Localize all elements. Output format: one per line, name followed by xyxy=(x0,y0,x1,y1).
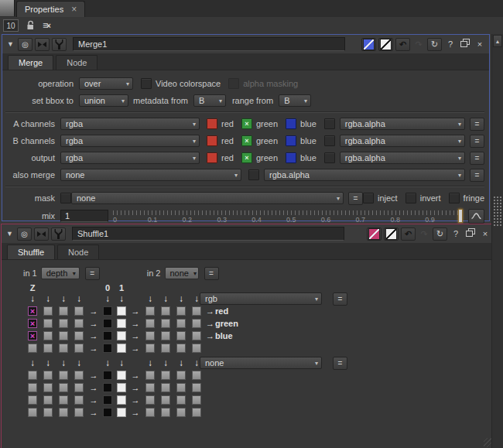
constant-one-checkbox[interactable] xyxy=(117,383,126,392)
matrix-checkbox[interactable] xyxy=(43,319,53,328)
matrix-checkbox[interactable] xyxy=(161,395,170,405)
float-panel-icon[interactable] xyxy=(459,39,471,50)
matrix-checkbox[interactable] xyxy=(176,371,186,380)
inject-checkbox[interactable] xyxy=(363,193,374,203)
revert-button[interactable]: ↻ xyxy=(433,227,447,241)
matrix-checkbox[interactable] xyxy=(176,383,186,392)
equals-button[interactable]: = xyxy=(333,292,347,306)
node-name-field[interactable] xyxy=(72,227,344,241)
tab-properties[interactable]: Properties × xyxy=(16,1,85,17)
wrench-icon[interactable] xyxy=(52,38,67,51)
matrix-checkbox[interactable] xyxy=(161,371,170,380)
matrix-checkbox[interactable] xyxy=(145,319,155,328)
matrix-checkbox[interactable] xyxy=(59,408,68,417)
out2-dropdown[interactable]: none▾ xyxy=(200,357,322,369)
constant-zero-checkbox[interactable] xyxy=(103,306,112,316)
matrix-checkbox-checked[interactable]: × xyxy=(28,306,37,316)
equals-button[interactable]: = xyxy=(204,267,219,280)
tab-merge[interactable]: Merge xyxy=(8,55,53,70)
green-channel-checkbox[interactable]: × xyxy=(241,135,252,146)
constant-zero-checkbox[interactable] xyxy=(103,408,112,417)
revert-button[interactable]: ↻ xyxy=(427,38,442,51)
pane-corner-handle[interactable] xyxy=(0,0,15,16)
constant-one-checkbox[interactable] xyxy=(117,408,126,417)
help-button[interactable]: ? xyxy=(450,229,462,238)
constant-one-checkbox[interactable] xyxy=(117,344,126,353)
matrix-checkbox-checked[interactable]: × xyxy=(28,319,37,328)
matrix-checkbox[interactable] xyxy=(28,371,37,380)
vertical-scrollbar[interactable]: ▲ xyxy=(491,34,503,448)
matrix-checkbox[interactable] xyxy=(59,306,68,316)
tab-shuffle[interactable]: Shuffle xyxy=(7,245,55,259)
range-from-dropdown[interactable]: B▾ xyxy=(279,94,311,107)
also-merge-checkbox[interactable] xyxy=(248,169,259,180)
matrix-checkbox[interactable] xyxy=(192,306,201,316)
matrix-checkbox[interactable] xyxy=(43,331,53,340)
constant-zero-checkbox[interactable] xyxy=(103,371,112,380)
matrix-checkbox[interactable] xyxy=(74,383,84,392)
alpha-channel-checkbox[interactable] xyxy=(324,152,335,163)
node-inputs-icon[interactable] xyxy=(35,38,50,51)
undo-button[interactable]: ↶ xyxy=(401,227,416,241)
matrix-checkbox[interactable] xyxy=(59,395,68,405)
matrix-checkbox[interactable] xyxy=(28,395,37,405)
set-bbox-dropdown[interactable]: union▾ xyxy=(79,94,128,107)
matrix-checkbox[interactable] xyxy=(161,383,170,392)
operation-dropdown[interactable]: over▾ xyxy=(79,77,133,90)
resize-grip[interactable] xyxy=(493,196,502,227)
matrix-checkbox[interactable] xyxy=(74,319,84,328)
matrix-checkbox[interactable] xyxy=(43,408,53,417)
matrix-checkbox[interactable] xyxy=(59,371,68,380)
constant-zero-checkbox[interactable] xyxy=(103,395,112,405)
constant-one-checkbox[interactable] xyxy=(117,371,126,380)
matrix-checkbox[interactable] xyxy=(192,319,201,328)
matrix-checkbox-checked[interactable]: × xyxy=(28,331,37,340)
a-channels-dropdown[interactable]: rgba▾ xyxy=(60,118,200,130)
red-channel-checkbox[interactable] xyxy=(207,152,217,163)
constant-zero-checkbox[interactable] xyxy=(103,331,112,340)
invert-checkbox[interactable] xyxy=(405,193,416,203)
center-node-icon[interactable]: ◎ xyxy=(18,38,33,51)
matrix-checkbox[interactable] xyxy=(59,331,68,340)
node-color-swatch[interactable] xyxy=(361,38,376,51)
mask-dropdown[interactable]: none▾ xyxy=(71,192,344,204)
matrix-checkbox[interactable] xyxy=(43,371,53,380)
b-channels-dropdown[interactable]: rgba▾ xyxy=(60,135,200,147)
fringe-checkbox[interactable] xyxy=(449,193,460,203)
tab-node[interactable]: Node xyxy=(57,245,99,259)
gl-color-swatch[interactable] xyxy=(384,227,399,241)
mix-slider[interactable]: 00.10.20.30.40.50.60.70.80.9 xyxy=(113,208,466,224)
matrix-checkbox[interactable] xyxy=(161,319,170,328)
matrix-checkbox[interactable] xyxy=(161,344,170,353)
matrix-checkbox[interactable] xyxy=(192,331,201,340)
center-node-icon[interactable]: ◎ xyxy=(17,227,32,241)
matrix-checkbox[interactable] xyxy=(145,306,155,316)
collapse-panel-icon[interactable]: ▼ xyxy=(5,40,15,48)
equals-button[interactable]: = xyxy=(333,357,347,370)
mask-checkbox[interactable] xyxy=(60,193,71,203)
close-all-panels-icon[interactable]: ≡× xyxy=(43,20,50,31)
in2-dropdown[interactable]: none▾ xyxy=(165,267,199,279)
metadata-from-dropdown[interactable]: B▾ xyxy=(193,94,226,107)
wrench-icon[interactable] xyxy=(51,227,66,241)
node-color-swatch[interactable] xyxy=(367,227,382,241)
b-alpha-dropdown[interactable]: rgba.alpha▾ xyxy=(340,135,465,147)
matrix-checkbox[interactable] xyxy=(74,395,84,405)
matrix-checkbox[interactable] xyxy=(59,319,68,328)
equals-button[interactable]: = xyxy=(85,267,100,280)
green-channel-checkbox[interactable]: × xyxy=(241,152,252,163)
red-channel-checkbox[interactable] xyxy=(207,118,217,129)
video-colorspace-checkbox[interactable] xyxy=(141,78,152,89)
redo-button[interactable]: ↷ xyxy=(418,229,430,239)
matrix-checkbox[interactable] xyxy=(43,306,53,316)
output-alpha-dropdown[interactable]: rgba.alpha▾ xyxy=(340,152,465,164)
blue-channel-checkbox[interactable] xyxy=(286,152,296,163)
out1-dropdown[interactable]: rgb▾ xyxy=(200,292,322,305)
matrix-checkbox[interactable] xyxy=(192,395,201,405)
matrix-checkbox[interactable] xyxy=(145,395,155,405)
node-name-field[interactable] xyxy=(73,37,345,51)
blue-channel-checkbox[interactable] xyxy=(286,135,296,146)
constant-zero-checkbox[interactable] xyxy=(103,383,112,392)
alpha-channel-checkbox[interactable] xyxy=(324,135,335,146)
matrix-checkbox[interactable] xyxy=(192,344,201,353)
